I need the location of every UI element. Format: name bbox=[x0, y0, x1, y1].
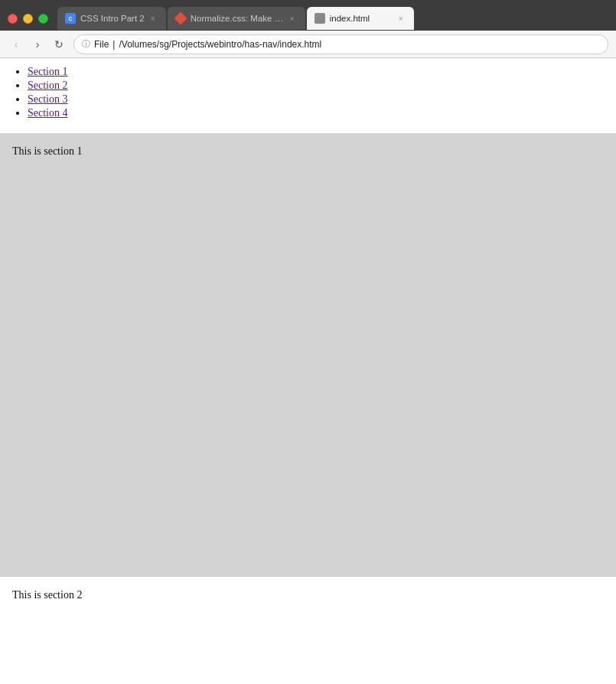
section-2-text: This is section 2 bbox=[12, 589, 604, 601]
file-favicon-icon bbox=[315, 13, 325, 24]
tab-index-html[interactable]: index.html × bbox=[307, 7, 414, 30]
minimize-window-button[interactable] bbox=[23, 14, 33, 24]
title-bar: C CSS Intro Part 2 × Normalize.css: Make… bbox=[0, 0, 616, 31]
tab-favicon-css: C bbox=[65, 13, 76, 24]
page-content: Section 1 Section 2 Section 3 Section 4 … bbox=[0, 58, 616, 684]
forward-button[interactable]: › bbox=[29, 36, 46, 53]
tab-favicon-normalize bbox=[175, 13, 186, 24]
address-bar: ‹ › ↻ ⓘ File | /Volumes/sg/Projects/webi… bbox=[0, 31, 616, 58]
css-favicon-icon: C bbox=[65, 13, 76, 24]
nav-list: Section 1 Section 2 Section 3 Section 4 bbox=[12, 66, 604, 119]
list-item: Section 2 bbox=[28, 80, 604, 92]
nav-link-section1[interactable]: Section 1 bbox=[28, 66, 68, 77]
list-item: Section 4 bbox=[28, 107, 604, 119]
reload-button[interactable]: ↻ bbox=[51, 36, 67, 53]
section-1-block: This is section 1 bbox=[0, 133, 616, 577]
section-1-text: This is section 1 bbox=[12, 145, 604, 158]
nav-link-section2[interactable]: Section 2 bbox=[28, 80, 68, 91]
address-input[interactable]: ⓘ File | /Volumes/sg/Projects/webintro/h… bbox=[73, 34, 608, 54]
tab-title-css: CSS Intro Part 2 bbox=[80, 14, 145, 23]
tab-normalize[interactable]: Normalize.css: Make browsers... × bbox=[168, 7, 305, 30]
list-item: Section 1 bbox=[28, 66, 604, 78]
security-icon: ⓘ bbox=[82, 38, 90, 50]
tab-bar: C CSS Intro Part 2 × Normalize.css: Make… bbox=[57, 7, 608, 30]
tab-title-index: index.html bbox=[330, 14, 393, 23]
list-item: Section 3 bbox=[28, 93, 604, 106]
section-2-block: This is section 2 bbox=[0, 577, 616, 614]
tab-title-normalize: Normalize.css: Make browsers... bbox=[191, 14, 284, 23]
tab-css-intro[interactable]: C CSS Intro Part 2 × bbox=[57, 7, 166, 30]
nav-link-section4[interactable]: Section 4 bbox=[28, 107, 68, 119]
window-controls bbox=[8, 14, 48, 24]
nav-link-section3[interactable]: Section 3 bbox=[28, 93, 68, 105]
tab-close-index[interactable]: × bbox=[396, 13, 406, 24]
browser-chrome: C CSS Intro Part 2 × Normalize.css: Make… bbox=[0, 0, 616, 58]
tab-favicon-file bbox=[315, 13, 325, 24]
page-nav: Section 1 Section 2 Section 3 Section 4 bbox=[0, 58, 616, 127]
tab-close-normalize[interactable]: × bbox=[287, 13, 298, 24]
address-url: /Volumes/sg/Projects/webintro/has-nav/in… bbox=[119, 39, 321, 50]
back-button[interactable]: ‹ bbox=[8, 36, 24, 53]
address-separator: | bbox=[112, 39, 115, 50]
address-protocol: File bbox=[94, 39, 109, 50]
nav-buttons: ‹ › ↻ bbox=[8, 36, 67, 53]
close-window-button[interactable] bbox=[8, 14, 18, 24]
normalize-favicon-icon bbox=[174, 12, 187, 25]
tab-close-css[interactable]: × bbox=[148, 13, 158, 24]
maximize-window-button[interactable] bbox=[38, 14, 48, 24]
